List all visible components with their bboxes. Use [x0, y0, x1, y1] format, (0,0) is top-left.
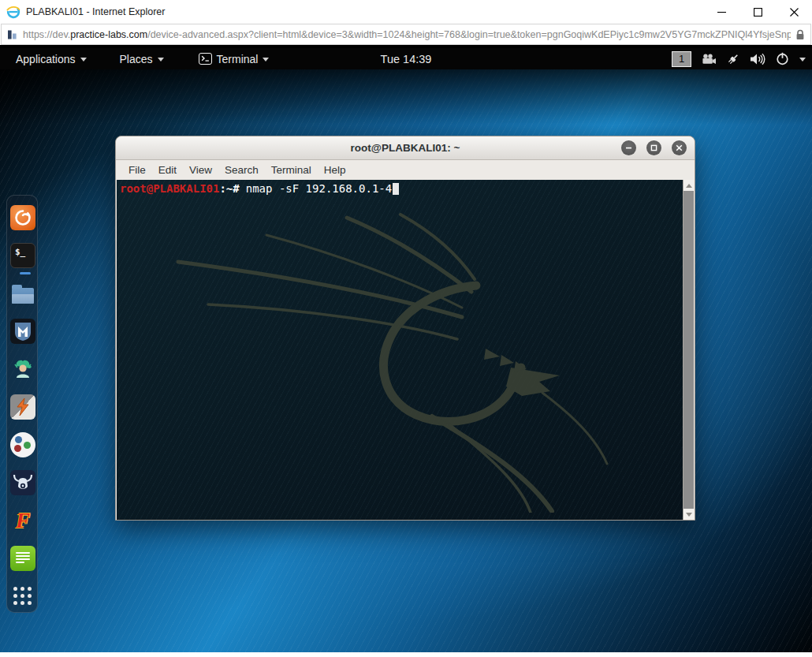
url-path: /device-advanced.aspx?client=html&device… [147, 29, 791, 40]
terminal-cursor [393, 183, 399, 195]
files-icon [12, 288, 34, 304]
prompt-path: :~# [219, 182, 239, 195]
prompt-line: root@PLABKALI01:~#nmap -sF 192.168.0.1-4 [117, 180, 683, 198]
menu-file[interactable]: File [122, 164, 152, 176]
ie-window-bottom-border [0, 652, 812, 657]
close-icon [790, 8, 799, 17]
running-indicator [20, 272, 31, 274]
close-button[interactable] [776, 0, 812, 24]
chevron-down-icon[interactable] [799, 58, 806, 62]
terminal-screen[interactable]: root@PLABKALI01:~#nmap -sF 192.168.0.1-4 [117, 180, 683, 520]
dock-item-firefox[interactable] [9, 204, 36, 231]
dock-item-notes[interactable] [9, 545, 36, 572]
terminal-icon: $_ [10, 243, 35, 268]
network-plug-icon[interactable] [727, 53, 739, 65]
terminal-menubar: File Edit View Search Terminal Help [116, 160, 695, 179]
prompt-user: root@PLABKALI01 [120, 182, 219, 195]
dock-item-metasploit[interactable] [9, 318, 36, 345]
minimize-button[interactable] [703, 0, 739, 24]
applications-menu[interactable]: Applications [8, 48, 95, 69]
beef-dot-green [24, 442, 31, 449]
burpsuite-icon [10, 394, 35, 420]
window-title: PLABKALI01 - Internet Explorer [26, 6, 165, 17]
terminal-menu-label: Terminal [217, 53, 259, 65]
scroll-down-button[interactable] [683, 509, 694, 520]
terminal-close-button[interactable] [672, 140, 687, 155]
beef-icon [10, 432, 35, 457]
maximize-icon [650, 144, 657, 151]
camera-icon[interactable] [702, 54, 717, 65]
panel-clock[interactable]: Tue 14:39 [381, 53, 432, 65]
armitage-icon [10, 356, 35, 382]
places-label: Places [120, 53, 153, 65]
terminal-title: root@PLABKALI01: ~ [351, 142, 460, 154]
arrow-up-icon [686, 184, 692, 188]
chevron-down-icon [263, 58, 269, 62]
gnome-top-panel: Applications Places Terminal Tue 14:39 1 [0, 48, 812, 69]
ie-logo-icon [6, 5, 20, 19]
terminal-app-icon [199, 53, 212, 65]
menu-view[interactable]: View [183, 164, 218, 176]
menu-help[interactable]: Help [318, 164, 352, 176]
url-prefix: https://dev. [23, 29, 70, 40]
menu-terminal[interactable]: Terminal [265, 164, 318, 176]
close-icon [676, 144, 683, 151]
terminal-titlebar[interactable]: root@PLABKALI01: ~ [116, 136, 695, 160]
dock-item-show-applications[interactable] [9, 583, 36, 610]
places-menu[interactable]: Places [112, 48, 172, 69]
minimize-icon [625, 144, 632, 151]
scroll-up-button[interactable] [683, 180, 694, 191]
workspace-indicator[interactable]: 1 [672, 51, 691, 67]
volume-icon[interactable] [750, 53, 765, 65]
arrow-down-icon [686, 513, 692, 517]
notes-icon [10, 546, 35, 571]
menu-edit[interactable]: Edit [152, 164, 183, 176]
terminal-maximize-button[interactable] [646, 140, 661, 155]
maximize-icon [754, 8, 762, 17]
dock-item-beef[interactable] [9, 431, 36, 458]
firefox-icon [10, 205, 35, 230]
dock-item-terminal[interactable]: $_ [9, 242, 36, 269]
beef-dot-red [14, 445, 21, 452]
command-text: nmap -sF 192.168.0.1-4 [246, 182, 392, 195]
scrollbar-thumb[interactable] [683, 191, 694, 509]
kali-dragon-icon [172, 213, 629, 513]
dock-item-mantra[interactable] [9, 469, 36, 496]
url-domain: practice-labs.com [70, 29, 147, 40]
chevron-down-icon [80, 58, 87, 62]
system-tray: 1 [672, 48, 806, 69]
terminal-window: root@PLABKALI01: ~ File Edit View Search… [115, 136, 695, 521]
dock-item-faraday[interactable]: F [9, 507, 36, 534]
power-icon[interactable] [776, 52, 789, 65]
minimize-icon [717, 8, 726, 17]
url-input[interactable]: https://dev.practice-labs.com/device-adv… [23, 29, 791, 40]
terminal-app-menu[interactable]: Terminal [191, 48, 277, 69]
chevron-down-icon [158, 58, 164, 62]
terminal-scrollbar[interactable] [683, 180, 694, 520]
site-favicon-icon [7, 29, 18, 40]
terminal-minimize-button[interactable] [621, 140, 636, 155]
dock-item-burpsuite[interactable] [9, 394, 36, 420]
faraday-icon: F [10, 508, 35, 533]
lock-icon [795, 29, 805, 40]
mantra-bull-icon [10, 470, 35, 495]
metasploit-icon [10, 319, 35, 344]
app-grid-icon [13, 587, 32, 606]
favorites-dock: $_ [6, 195, 38, 613]
dock-item-files[interactable] [9, 280, 36, 307]
dock-item-armitage[interactable] [9, 356, 36, 383]
maximize-button[interactable] [739, 0, 776, 24]
applications-label: Applications [16, 53, 76, 65]
address-bar: https://dev.practice-labs.com/device-adv… [1, 24, 811, 45]
ie-titlebar: PLABKALI01 - Internet Explorer [0, 0, 812, 24]
menu-search[interactable]: Search [218, 164, 265, 176]
beef-dot-blue [15, 436, 22, 443]
